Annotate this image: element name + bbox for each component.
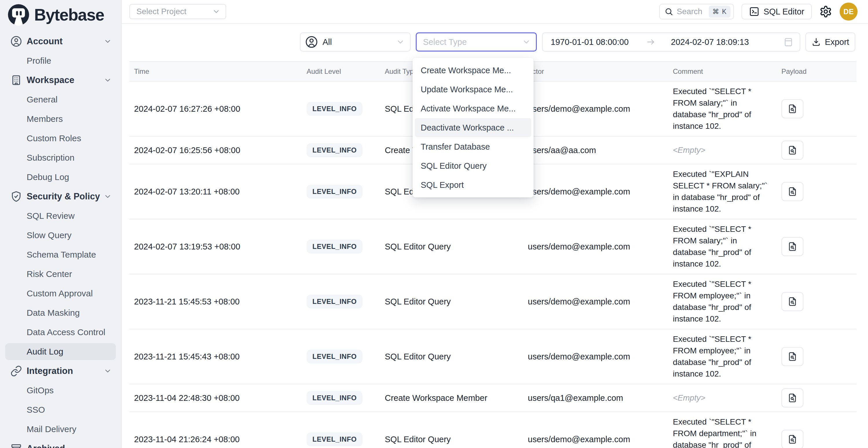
audit-level-badge: LEVEL_INFO: [307, 185, 363, 198]
sidebar-item-label: Schema Template: [27, 250, 96, 260]
sidebar-group-archived[interactable]: Archived: [5, 440, 116, 448]
sidebar-item-label: Profile: [27, 56, 51, 66]
cell-comment: Executed `"SELECT * FROM employee;"` in …: [668, 279, 777, 325]
view-payload-button[interactable]: [781, 182, 803, 201]
sidebar-item-audit-log[interactable]: Audit Log: [5, 343, 116, 360]
view-payload-button[interactable]: [781, 141, 803, 160]
cell-audit-level: LEVEL_INFO: [302, 433, 380, 446]
date-range-picker[interactable]: 1970-01-01 08:00:00 2024-02-07 18:09:13: [542, 32, 800, 52]
sidebar-item-general[interactable]: General: [5, 91, 116, 108]
view-payload-button[interactable]: [781, 237, 803, 256]
sidebar-item-label: Subscription: [27, 153, 74, 163]
audit-level-badge: LEVEL_INFO: [307, 102, 363, 116]
cell-audit-type: SQL Editor Query: [380, 352, 523, 361]
cell-actor: users/qa1@example.com: [523, 393, 668, 403]
cell-payload: [777, 99, 857, 118]
cell-comment: Executed `"SELECT * FROM salary;"` in da…: [668, 86, 777, 132]
sidebar-item-label: Mail Delivery: [27, 424, 76, 434]
cell-comment: Executed `"SELECT * FROM salary;"` in da…: [668, 223, 777, 270]
sidebar-group-label: Archived: [27, 443, 65, 448]
building-icon: [10, 74, 22, 86]
search-placeholder: Search: [677, 7, 705, 16]
sidebar-item-custom-roles[interactable]: Custom Roles: [5, 130, 116, 147]
view-payload-button[interactable]: [781, 99, 803, 118]
audit-level-badge: LEVEL_INFO: [307, 391, 363, 405]
sidebar-item-gitops[interactable]: GitOps: [5, 382, 116, 399]
chevron-down-icon: [104, 367, 112, 375]
sidebar-item-slow-query[interactable]: Slow Query: [5, 227, 116, 244]
sidebar-group-security-policy[interactable]: Security & Policy: [5, 188, 116, 205]
file-search-icon: [787, 434, 798, 445]
sidebar-item-data-access-control[interactable]: Data Access Control: [5, 324, 116, 341]
view-payload-button[interactable]: [781, 347, 803, 366]
sidebar-item-label: Debug Log: [27, 172, 69, 182]
sidebar-item-label: Custom Roles: [27, 133, 81, 143]
cell-audit-level: LEVEL_INFO: [302, 350, 380, 363]
sidebar-item-data-masking[interactable]: Data Masking: [5, 305, 116, 321]
actor-filter-value: All: [322, 37, 332, 47]
sidebar-item-label: Data Masking: [27, 308, 80, 318]
sidebar-item-profile[interactable]: Profile: [5, 53, 116, 69]
file-search-icon: [787, 242, 798, 252]
sidebar-group-label: Integration: [27, 366, 73, 376]
type-option-activate-workspace-me[interactable]: Activate Workspace Me...: [415, 99, 531, 118]
sidebar-item-mail-delivery[interactable]: Mail Delivery: [5, 421, 116, 438]
file-search-icon: [787, 145, 798, 155]
cell-audit-level: LEVEL_INFO: [302, 295, 380, 309]
sidebar: Bytebase AccountProfileWorkspaceGeneralM…: [0, 0, 122, 448]
type-option-transfer-database[interactable]: Transfer Database: [415, 137, 531, 156]
cell-audit-level: LEVEL_INFO: [302, 391, 380, 405]
type-filter-select[interactable]: Select Type: [416, 32, 537, 52]
type-option-sql-export[interactable]: SQL Export: [415, 175, 531, 194]
cell-time: 2023-11-21 15:45:43 +08:00: [129, 352, 302, 361]
audit-level-badge: LEVEL_INFO: [307, 295, 363, 309]
audit-level-badge: LEVEL_INFO: [307, 239, 363, 254]
cell-audit-level: LEVEL_INFO: [302, 239, 380, 254]
project-select[interactable]: Select Project: [129, 4, 226, 19]
sidebar-item-debug-log[interactable]: Debug Log: [5, 169, 116, 186]
sidebar-group-workspace[interactable]: Workspace: [5, 72, 116, 89]
sidebar-group-integration[interactable]: Integration: [5, 363, 116, 379]
type-option-deactivate-workspace[interactable]: Deactivate Workspace ...: [415, 118, 531, 137]
sidebar-item-members[interactable]: Members: [5, 110, 116, 127]
type-filter-dropdown-menu: Create Workspace Me...Update Workspace M…: [412, 58, 534, 197]
chevron-down-icon: [522, 38, 531, 46]
sql-editor-button[interactable]: SQL Editor: [742, 4, 812, 20]
cell-comment: Executed `"SELECT * FROM employee;"` in …: [668, 333, 777, 380]
avatar[interactable]: DE: [840, 3, 858, 21]
sidebar-item-label: SQL Review: [27, 211, 75, 221]
sidebar-item-subscription[interactable]: Subscription: [5, 149, 116, 166]
gear-icon[interactable]: [819, 5, 832, 18]
view-payload-button[interactable]: [781, 292, 803, 311]
sidebar-group-account[interactable]: Account: [5, 33, 116, 50]
sidebar-item-risk-center[interactable]: Risk Center: [5, 266, 116, 283]
sidebar-nav: AccountProfileWorkspaceGeneralMembersCus…: [0, 29, 121, 448]
cell-audit-level: LEVEL_INFO: [302, 185, 380, 198]
type-option-create-workspace-me[interactable]: Create Workspace Me...: [415, 61, 531, 80]
arrow-right-icon: [646, 37, 656, 47]
type-option-sql-editor-query[interactable]: SQL Editor Query: [415, 156, 531, 175]
chevron-down-icon: [396, 38, 405, 46]
sidebar-item-schema-template[interactable]: Schema Template: [5, 246, 116, 263]
type-filter-placeholder: Select Type: [423, 37, 467, 47]
brand-logo[interactable]: Bytebase: [0, 0, 121, 29]
user-circle-icon: [10, 36, 22, 47]
actor-filter-select[interactable]: All: [300, 32, 410, 52]
view-payload-button[interactable]: [781, 388, 803, 408]
type-option-update-workspace-me[interactable]: Update Workspace Me...: [415, 80, 531, 99]
search-icon: [664, 7, 673, 16]
search-input[interactable]: Search ⌘ K: [659, 4, 734, 20]
file-search-icon: [787, 186, 798, 197]
cell-payload: [777, 388, 857, 408]
audit-level-badge: LEVEL_INFO: [307, 433, 363, 446]
sidebar-item-custom-approval[interactable]: Custom Approval: [5, 285, 116, 302]
user-circle-icon: [305, 36, 318, 48]
column-header-comment: Comment: [668, 67, 777, 75]
sidebar-item-sql-review[interactable]: SQL Review: [5, 207, 116, 224]
view-payload-button[interactable]: [781, 430, 803, 448]
sidebar-item-sso[interactable]: SSO: [5, 402, 116, 418]
file-search-icon: [787, 296, 798, 307]
sidebar-item-label: Custom Approval: [27, 289, 93, 298]
export-button[interactable]: Export: [805, 32, 855, 52]
filter-bar: All Select Type 1970-01-01 08:00:00 2024…: [129, 32, 855, 52]
